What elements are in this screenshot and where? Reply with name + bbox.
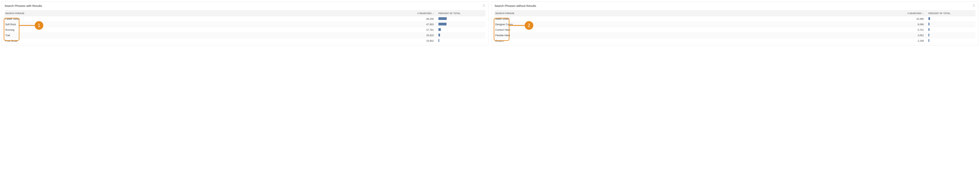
percent-bar — [439, 17, 447, 20]
table-row[interactable]: Free Stride 33,902 — [5, 38, 485, 44]
table-row[interactable]: Faster Socks 48,200 — [5, 16, 485, 22]
table-row[interactable]: Designer Colors 6,096 — [495, 22, 975, 27]
cell-searches: 2,249 — [898, 39, 924, 42]
cell-searches: 48,200 — [408, 17, 434, 21]
cell-phrase: Running — [5, 28, 408, 31]
percent-bar — [439, 23, 447, 25]
percent-bar — [439, 39, 439, 42]
col-header-percent[interactable]: PERCENT OF TOTAL — [434, 12, 485, 14]
table-row[interactable]: Running 37,781 — [5, 27, 485, 33]
panel-with-results: Search Phrases with Results SEARCH PHRAS… — [2, 2, 488, 46]
cell-phrase: Water Shoes — [495, 17, 898, 21]
download-icon[interactable] — [482, 4, 485, 8]
percent-bar — [929, 34, 929, 36]
table-rows: Faster Socks 48,200 Soft Rock 47,903 Run… — [5, 16, 485, 44]
table-row[interactable]: Comfort Hiker 5,741 — [495, 27, 975, 33]
col-header-searches[interactable]: # SEARCHES ↓ — [898, 12, 924, 14]
col-header-searches[interactable]: # SEARCHES ↓ — [408, 12, 434, 14]
cell-percent — [434, 39, 485, 43]
cell-percent — [434, 17, 485, 21]
col-header-phrase[interactable]: SEARCH PHRASE — [5, 12, 408, 14]
table-row[interactable]: Soft Rock 47,903 — [5, 22, 485, 27]
sort-desc-icon: ↓ — [433, 12, 434, 14]
percent-bar — [929, 28, 929, 31]
table-row[interactable]: Trail 35,920 — [5, 33, 485, 38]
percent-bar — [929, 39, 929, 42]
table-row[interactable]: Water Shoes 10,390 — [495, 16, 975, 22]
cell-phrase: Soft Rock — [5, 23, 408, 26]
col-header-phrase[interactable]: SEARCH PHRASE — [495, 12, 898, 14]
table-rows: Water Shoes 10,390 Designer Colors 6,096… — [495, 16, 975, 44]
cell-phrase: Free Stride — [5, 39, 408, 42]
cell-phrase: Designer Colors — [495, 23, 898, 26]
cell-phrase: Custom — [495, 39, 898, 42]
cell-phrase: Trail — [5, 34, 408, 37]
table-row[interactable]: Flexible Hiker 3,052 — [495, 33, 975, 38]
cell-searches: 3,052 — [898, 34, 924, 37]
cell-percent — [924, 23, 975, 26]
percent-bar — [439, 28, 441, 31]
cell-percent — [434, 23, 485, 26]
table-header: SEARCH PHRASE # SEARCHES ↓ PERCENT OF TO… — [5, 10, 485, 16]
panel-title: Search Phrases without Results — [495, 4, 975, 8]
cell-searches: 5,741 — [898, 28, 924, 31]
cell-searches: 47,903 — [408, 23, 434, 26]
cell-phrase: Faster Socks — [5, 17, 408, 21]
cell-searches: 33,902 — [408, 39, 434, 42]
cell-searches: 37,781 — [408, 28, 434, 31]
cell-percent — [924, 34, 975, 37]
cell-phrase: Comfort Hiker — [495, 28, 898, 31]
cell-percent — [924, 17, 975, 21]
cell-percent — [924, 28, 975, 32]
cell-percent — [434, 28, 485, 32]
panel-title: Search Phrases with Results — [5, 4, 485, 8]
cell-searches: 35,920 — [408, 34, 434, 37]
cell-searches: 6,096 — [898, 23, 924, 26]
panel-without-results: Search Phrases without Results SEARCH PH… — [492, 2, 978, 46]
cell-percent — [924, 39, 975, 43]
percent-bar — [929, 23, 929, 25]
sort-desc-icon: ↓ — [923, 12, 924, 14]
table-header: SEARCH PHRASE # SEARCHES ↓ PERCENT OF TO… — [495, 10, 975, 16]
col-header-percent[interactable]: PERCENT OF TOTAL — [924, 12, 975, 14]
percent-bar — [929, 17, 930, 20]
cell-percent — [434, 34, 485, 37]
table-row[interactable]: Custom 2,249 — [495, 38, 975, 44]
download-icon[interactable] — [972, 4, 975, 8]
percent-bar — [439, 34, 440, 36]
cell-phrase: Flexible Hiker — [495, 34, 898, 37]
cell-searches: 10,390 — [898, 17, 924, 21]
